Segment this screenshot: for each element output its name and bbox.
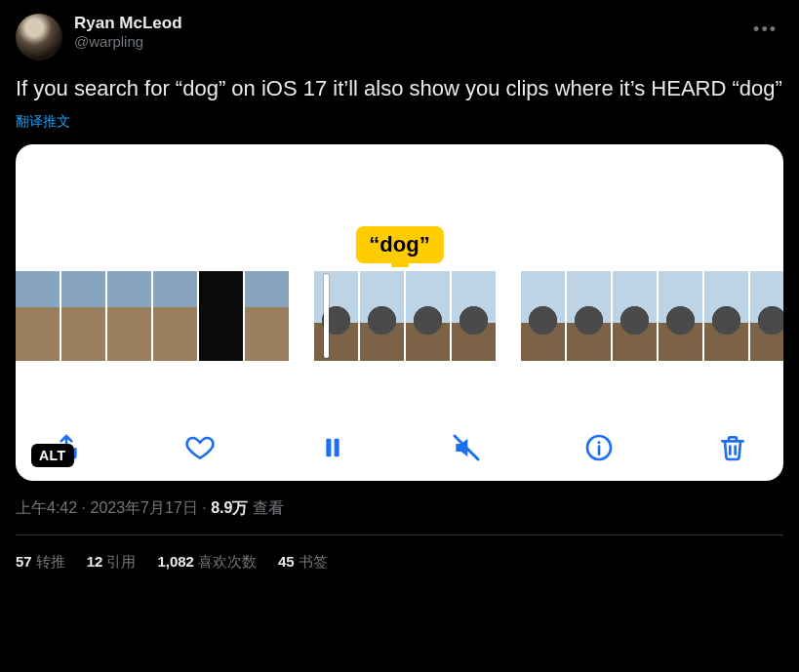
media-toolbar (16, 430, 783, 465)
quotes-stat[interactable]: 12引用 (87, 553, 137, 572)
timeline-frame (245, 271, 289, 361)
timeline-frame (61, 271, 105, 361)
caption-chip: “dog” (355, 226, 443, 263)
timeline-frame (199, 271, 243, 361)
timeline-frame (107, 271, 151, 361)
bookmarks-stat[interactable]: 45书签 (278, 553, 328, 572)
avatar[interactable] (16, 14, 62, 60)
timeline-frame (360, 271, 404, 361)
timeline-frame (521, 271, 565, 361)
clip-group-2 (314, 271, 496, 361)
timeline-frame (153, 271, 197, 361)
translate-link[interactable]: 翻译推文 (16, 113, 70, 131)
meta-views-label: 查看 (253, 499, 284, 516)
svg-rect-1 (335, 438, 340, 456)
handle: @warpling (74, 33, 182, 51)
meta-time[interactable]: 上午4:42 (16, 499, 77, 516)
alt-badge[interactable]: ALT (31, 444, 74, 467)
timeline-frame (750, 271, 783, 361)
timeline-frame (406, 271, 450, 361)
info-icon[interactable] (581, 430, 617, 465)
display-name: Ryan McLeod (74, 14, 182, 33)
timeline-frame (613, 271, 657, 361)
media-attachment[interactable]: “dog” (16, 144, 783, 481)
timeline-frame (314, 271, 358, 361)
more-icon[interactable]: ••• (747, 16, 783, 44)
playhead-marker-top (391, 262, 409, 267)
tweet-header: Ryan McLeod @warpling ••• (16, 8, 783, 60)
pause-icon[interactable] (315, 430, 350, 465)
retweets-stat[interactable]: 57转推 (16, 553, 65, 572)
heart-icon[interactable] (182, 430, 218, 465)
timeline-frame (452, 271, 496, 361)
timeline-frame (659, 271, 702, 361)
clip-group-1 (16, 271, 289, 361)
tweet: Ryan McLeod @warpling ••• If you search … (16, 8, 783, 572)
svg-point-4 (598, 441, 601, 444)
video-timeline[interactable] (16, 271, 783, 361)
meta-date[interactable]: 2023年7月17日 (90, 499, 197, 516)
engagement-row: 57转推 12引用 1,082喜欢次数 45书签 (16, 553, 783, 572)
mute-icon[interactable] (449, 430, 484, 465)
tweet-text: If you search for “dog” on iOS 17 it’ll … (16, 74, 783, 103)
svg-rect-0 (327, 438, 332, 456)
trash-icon[interactable] (715, 430, 750, 465)
timeline-frame (704, 271, 748, 361)
playhead[interactable] (324, 274, 329, 358)
timeline-frame (16, 271, 60, 361)
author-names[interactable]: Ryan McLeod @warpling (74, 14, 182, 51)
timeline-frame (567, 271, 611, 361)
divider (16, 534, 783, 535)
tweet-meta: 上午4:42 · 2023年7月17日 · 8.9万 查看 (16, 498, 783, 519)
likes-stat[interactable]: 1,082喜欢次数 (157, 553, 257, 572)
meta-views-count: 8.9万 (211, 499, 248, 516)
clip-group-3 (521, 271, 783, 361)
